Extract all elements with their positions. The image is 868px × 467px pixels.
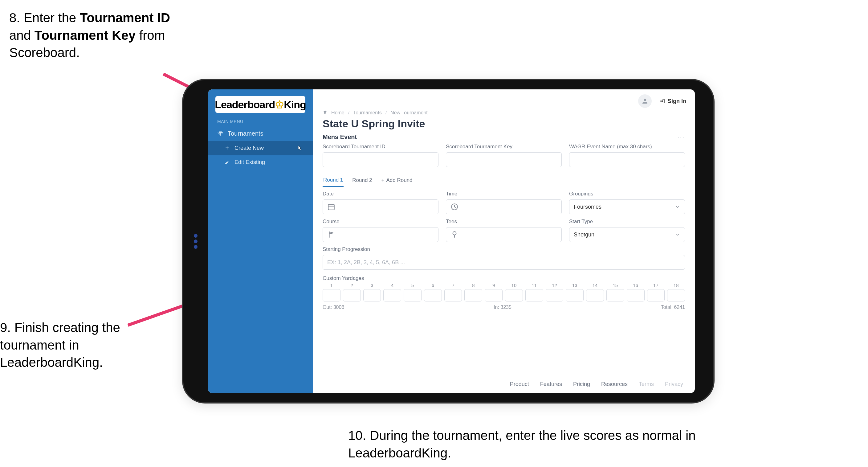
hole-column: 6 [424,283,442,301]
avatar[interactable] [638,94,652,108]
hole-number: 18 [674,283,679,288]
hole-yardage-input[interactable] [627,289,645,301]
footer-link-features[interactable]: Features [540,381,562,387]
hole-column: 17 [647,283,665,301]
hole-number: 17 [653,283,658,288]
plus-icon: + [224,145,230,152]
flag-icon [327,231,335,239]
breadcrumb-home[interactable]: Home [331,110,344,116]
chevron-down-icon [675,232,680,237]
out-value: 3006 [333,304,344,310]
tab-round-2[interactable]: Round 2 [351,174,373,186]
starting-progression-input[interactable]: EX: 1, 2A, 2B, 3, 4, 5, 6A, 6B ... [322,255,685,270]
hole-yardage-input[interactable] [647,289,665,301]
hole-column: 18 [667,283,685,301]
start-type-select[interactable]: Shotgun [569,227,685,242]
hole-yardage-input[interactable] [343,289,361,301]
footer-link-pricing[interactable]: Pricing [573,381,590,387]
sidebar-item-label: Tournaments [228,130,264,137]
hole-yardage-input[interactable] [667,289,685,301]
hole-yardage-input[interactable] [566,289,584,301]
section-more-menu[interactable]: ··· [678,134,685,140]
tournament-key-input[interactable] [446,152,562,167]
hole-number: 14 [592,283,598,288]
hole-yardage-input[interactable] [383,289,401,301]
tees-input[interactable] [446,227,562,242]
hole-column: 5 [404,283,422,301]
top-bar: Sign In [313,89,695,110]
footer-link-product[interactable]: Product [510,381,529,387]
time-input[interactable] [446,199,562,214]
hole-number: 15 [613,283,618,288]
footer-link-resources[interactable]: Resources [601,381,628,387]
breadcrumb-separator: / [348,110,349,116]
round-tabs: Round 1 Round 2 + Add Round [322,174,685,187]
sign-in-label: Sign In [668,98,686,105]
hole-column: 12 [546,283,564,301]
app-logo: Leaderboard♔King [215,96,305,113]
hole-yardage-input[interactable] [607,289,624,301]
hole-number: 7 [452,283,454,288]
hole-yardage-input[interactable] [424,289,442,301]
wagr-name-input[interactable] [569,152,685,167]
tab-add-round[interactable]: + Add Round [381,174,413,186]
course-input[interactable] [322,227,438,242]
svg-rect-4 [328,204,334,210]
annotation-step-8: 8. Enter the Tournament ID and Tournamen… [9,9,179,62]
logo-text-part1: Leaderboard [215,99,275,110]
breadcrumb-tournaments[interactable]: Tournaments [353,110,382,116]
hole-number: 8 [472,283,474,288]
hole-yardage-input[interactable] [444,289,462,301]
sign-in-button[interactable]: Sign In [660,98,686,105]
main-content: Sign In Home / Tournaments / New Tournam… [313,89,695,393]
hole-number: 16 [633,283,638,288]
hole-number: 3 [371,283,373,288]
hole-yardage-input[interactable] [464,289,482,301]
calendar-icon [327,203,335,211]
cursor-pointer-icon [296,145,302,151]
in-value: 3235 [500,304,512,310]
plus-icon: + [381,177,384,183]
yardage-holes-row: 123456789101112131415161718 [322,283,685,301]
groupings-select[interactable]: Foursomes [569,199,685,214]
hole-yardage-input[interactable] [322,289,340,301]
sidebar: Leaderboard♔King MAIN MENU Tournaments +… [208,89,313,393]
hole-number: 11 [531,283,537,288]
hole-number: 5 [411,283,414,288]
annotation-step-9: 9. Finish creating the tournament in Lea… [0,319,125,372]
tournament-id-input[interactable] [322,152,438,167]
hole-yardage-input[interactable] [404,289,422,301]
starting-progression-placeholder: EX: 1, 2A, 2B, 3, 4, 5, 6A, 6B ... [327,259,405,266]
field-label-starting-progression: Starting Progression [322,246,685,253]
hole-number: 2 [351,283,353,288]
field-label-course: Course [322,218,438,225]
clock-icon [451,203,459,211]
hole-column: 7 [444,283,462,301]
hole-column: 13 [566,283,584,301]
hole-yardage-input[interactable] [363,289,381,301]
breadcrumb-current: New Tournament [391,110,428,116]
yardage-summary: Out: 3006 In: 3235 Total: 6241 [322,304,685,310]
sidebar-item-edit-existing[interactable]: Edit Existing [208,155,313,169]
footer-link-privacy[interactable]: Privacy [665,381,683,387]
tablet-camera [193,232,198,251]
footer-link-terms[interactable]: Terms [639,381,654,387]
tablet-frame: Leaderboard♔King MAIN MENU Tournaments +… [183,80,713,402]
in-label: In: [494,304,499,310]
footer-links: Product Features Pricing Resources Terms… [322,375,685,390]
sidebar-item-tournaments[interactable]: Tournaments [208,126,313,141]
hole-yardage-input[interactable] [505,289,523,301]
date-input[interactable] [322,199,438,214]
field-label-tkey: Scoreboard Tournament Key [446,144,562,150]
chevron-down-icon [675,204,680,210]
sidebar-item-create-new[interactable]: + Create New [208,141,313,155]
hole-yardage-input[interactable] [586,289,604,301]
logo-text-part2: King [284,99,306,110]
hole-number: 10 [512,283,517,288]
tab-round-1[interactable]: Round 1 [322,174,344,187]
hole-yardage-input[interactable] [485,289,502,301]
svg-point-12 [453,232,456,235]
hole-number: 1 [330,283,333,288]
hole-yardage-input[interactable] [546,289,564,301]
hole-yardage-input[interactable] [525,289,543,301]
